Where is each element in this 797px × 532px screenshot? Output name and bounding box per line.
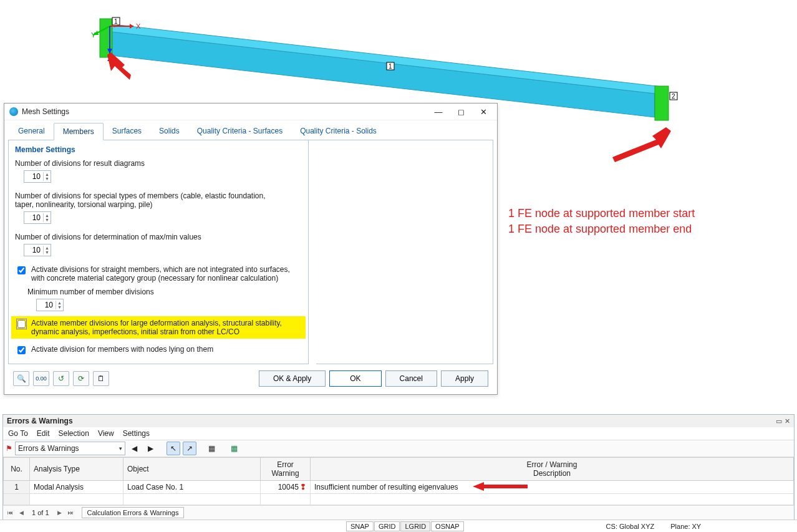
- chk-nodes-on-members[interactable]: [17, 346, 26, 354]
- chk-nodes-on-members-label: Activate division for members with nodes…: [31, 345, 213, 354]
- minimize-button[interactable]: —: [427, 105, 450, 118]
- member-mid-label: 1: [389, 63, 392, 70]
- cancel-button[interactable]: Cancel: [385, 370, 437, 387]
- annotation-line-2: 1 FE node at supported member end: [508, 221, 695, 237]
- panel-pin-icon[interactable]: ▭: [776, 417, 782, 425]
- dialog-titlebar[interactable]: Mesh Settings — ◻ ✕: [4, 104, 497, 120]
- tab-surfaces[interactable]: Surfaces: [104, 123, 150, 140]
- min-div-sub-label: Minimum number of member divisions: [27, 288, 302, 296]
- result-diag-label: Number of divisions for result diagrams: [15, 159, 302, 168]
- apply-button[interactable]: Apply: [441, 370, 488, 387]
- col-object[interactable]: Object: [123, 458, 261, 481]
- col-description[interactable]: Error / Warning Description: [311, 458, 794, 481]
- menu-edit[interactable]: Edit: [37, 429, 50, 438]
- chk-straight-members[interactable]: [17, 266, 26, 274]
- toolbar-prev-icon[interactable]: ◀: [128, 442, 142, 455]
- toolbar-next-icon[interactable]: ▶: [144, 442, 158, 455]
- maxmin-input[interactable]: [24, 246, 43, 254]
- errors-icon: ⚑: [6, 444, 12, 453]
- svg-text:X: X: [136, 22, 141, 30]
- cell-object: Load Case No. 1: [123, 481, 261, 494]
- tab-qc-solids[interactable]: Quality Criteria - Solids: [291, 123, 385, 140]
- chk-large-deformation[interactable]: [17, 320, 26, 328]
- toolbar-select-in-table-icon[interactable]: ↗: [183, 442, 196, 455]
- dialog-right-panel: [316, 140, 493, 364]
- status-snap[interactable]: SNAP: [346, 521, 374, 531]
- svg-marker-18: [612, 127, 671, 162]
- tab-qc-surfaces[interactable]: Quality Criteria - Surfaces: [188, 123, 291, 140]
- result-diag-input[interactable]: [24, 172, 43, 181]
- errors-panel-title: Errors & Warnings: [7, 417, 73, 425]
- reset-all-tool-button[interactable]: ⟳: [73, 371, 89, 386]
- toolbar-export-excel-icon[interactable]: ▦: [228, 442, 241, 455]
- col-no[interactable]: No.: [4, 458, 30, 481]
- cell-no: 1: [4, 481, 30, 494]
- result-diag-spinner[interactable]: ▲▼: [24, 170, 51, 183]
- annotation-text-block: 1 FE node at supported member start 1 FE…: [508, 206, 695, 237]
- chk-large-deformation-label: Activate member divisions for large defo…: [31, 319, 293, 336]
- cell-analysis-type: Modal Analysis: [30, 481, 123, 494]
- member-settings-panel: Member Settings Number of divisions for …: [8, 140, 309, 364]
- annotation-arrow-error: [473, 481, 529, 492]
- min-div-spinner[interactable]: ▲▼: [36, 299, 64, 311]
- group-title: Member Settings: [15, 145, 302, 154]
- chk-straight-members-label: Activate divisions for straight members,…: [31, 265, 293, 283]
- mesh-settings-dialog: Mesh Settings — ◻ ✕ General Members Surf…: [4, 103, 498, 395]
- errors-table: No. Analysis Type Object Error Warning E…: [3, 457, 794, 505]
- menu-settings[interactable]: Settings: [123, 429, 150, 438]
- min-div-input[interactable]: [37, 301, 56, 309]
- exclamation-icon: ❢: [300, 483, 306, 491]
- table-row[interactable]: 1 Modal Analysis Load Case No. 1 10045❢ …: [4, 481, 794, 494]
- ok-button[interactable]: OK: [329, 370, 381, 387]
- svg-marker-17: [107, 52, 131, 80]
- svg-marker-19: [473, 482, 528, 491]
- status-bar: SNAP GRID LGRID OSNAP CS: Global XYZ Pla…: [0, 520, 797, 532]
- toolbar-table-icon[interactable]: ▦: [205, 442, 219, 455]
- errors-table-body: 1 Modal Analysis Load Case No. 1 10045❢ …: [4, 481, 794, 505]
- tab-solids[interactable]: Solids: [150, 123, 188, 140]
- tab-members[interactable]: Members: [54, 123, 104, 140]
- annotation-arrow-start: [106, 50, 156, 100]
- col-err-warn[interactable]: Error Warning: [261, 458, 311, 481]
- dialog-title: Mesh Settings: [22, 107, 427, 116]
- col-analysis-type[interactable]: Analysis Type: [30, 458, 123, 481]
- node-start-label: 1: [114, 18, 118, 25]
- highlighted-option-row: Activate member divisions for large defo…: [11, 316, 306, 339]
- errors-toolbar: ⚑ Errors & Warnings ▾ ◀ ▶ ↖ ↗ ▦ ▦: [3, 440, 794, 457]
- close-button[interactable]: ✕: [472, 105, 495, 118]
- maxmin-spinner[interactable]: ▲▼: [24, 244, 51, 256]
- status-grid[interactable]: GRID: [374, 521, 400, 531]
- pager-prev[interactable]: ◀: [17, 508, 26, 518]
- status-cs: CS: Global XYZ: [606, 523, 655, 530]
- decimal-tool-button[interactable]: 0.00: [33, 371, 49, 386]
- special-members-spinner[interactable]: ▲▼: [24, 211, 51, 224]
- cell-description: Insufficient number of resulting eigenva…: [311, 481, 794, 494]
- svg-rect-4: [655, 86, 669, 120]
- pager-first[interactable]: ⏮: [6, 508, 14, 518]
- toolbar-select-in-model-icon[interactable]: ↖: [167, 442, 180, 455]
- node-end-label: 2: [672, 93, 675, 100]
- pager-last[interactable]: ⏭: [67, 508, 75, 518]
- errors-pager: ⏮ ◀ 1 of 1 ▶ ⏭ Calculation Errors & Warn…: [3, 505, 794, 520]
- maximize-button[interactable]: ◻: [450, 105, 472, 118]
- reset-tool-button[interactable]: ↺: [53, 371, 69, 386]
- pager-next[interactable]: ▶: [56, 508, 64, 518]
- panel-close-icon[interactable]: ✕: [785, 417, 790, 425]
- find-tool-button[interactable]: 🔍: [13, 371, 29, 386]
- report-tool-button[interactable]: 🗒: [93, 371, 109, 386]
- errors-menu-bar: Go To Edit Selection View Settings: [3, 427, 794, 440]
- status-osnap[interactable]: OSNAP: [431, 521, 464, 531]
- special-members-input[interactable]: [24, 213, 43, 222]
- errors-category-combo[interactable]: Errors & Warnings ▾: [15, 442, 125, 455]
- menu-selection[interactable]: Selection: [59, 429, 89, 438]
- sub-tab-calc-errors[interactable]: Calculation Errors & Warnings: [82, 507, 185, 518]
- tab-general[interactable]: General: [9, 123, 54, 140]
- menu-goto[interactable]: Go To: [8, 429, 28, 438]
- app-icon: [9, 107, 18, 116]
- dialog-tabs: General Members Surfaces Solids Quality …: [4, 120, 497, 140]
- ok-apply-button[interactable]: OK & Apply: [259, 370, 326, 387]
- menu-view[interactable]: View: [98, 429, 114, 438]
- special-members-label: Number of divisions for special types of…: [15, 191, 283, 209]
- cell-code: 10045❢: [261, 481, 311, 494]
- status-lgrid[interactable]: LGRID: [400, 521, 430, 531]
